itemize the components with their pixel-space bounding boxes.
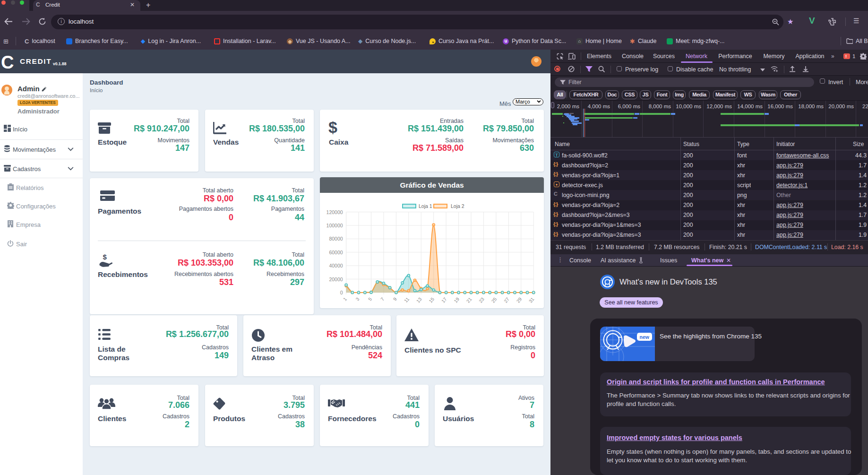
svg-text:25: 25 (490, 296, 498, 304)
svg-text:80000: 80000 (329, 236, 343, 242)
svg-text:new: new (640, 334, 650, 340)
svg-text:31: 31 (528, 296, 535, 304)
svg-text:60000: 60000 (329, 250, 343, 255)
svg-text:3: 3 (355, 296, 361, 302)
svg-text:9: 9 (392, 296, 398, 302)
svg-text:1: 1 (342, 296, 348, 302)
svg-text:27: 27 (503, 296, 510, 304)
svg-text:21: 21 (465, 296, 473, 304)
svg-text:15: 15 (428, 296, 436, 304)
svg-text:29: 29 (516, 296, 523, 304)
svg-text:20000: 20000 (329, 276, 343, 282)
svg-text:120000: 120000 (327, 209, 343, 215)
svg-text:5: 5 (367, 296, 373, 302)
svg-text:19: 19 (453, 296, 461, 304)
svg-text:100000: 100000 (327, 223, 343, 228)
svg-text:23: 23 (478, 296, 485, 304)
svg-text:0: 0 (340, 290, 343, 295)
svg-text:17: 17 (440, 296, 448, 304)
svg-text:7: 7 (379, 296, 385, 302)
svg-text:11: 11 (403, 296, 410, 303)
svg-text:40000: 40000 (329, 263, 343, 268)
svg-text:13: 13 (415, 296, 423, 304)
